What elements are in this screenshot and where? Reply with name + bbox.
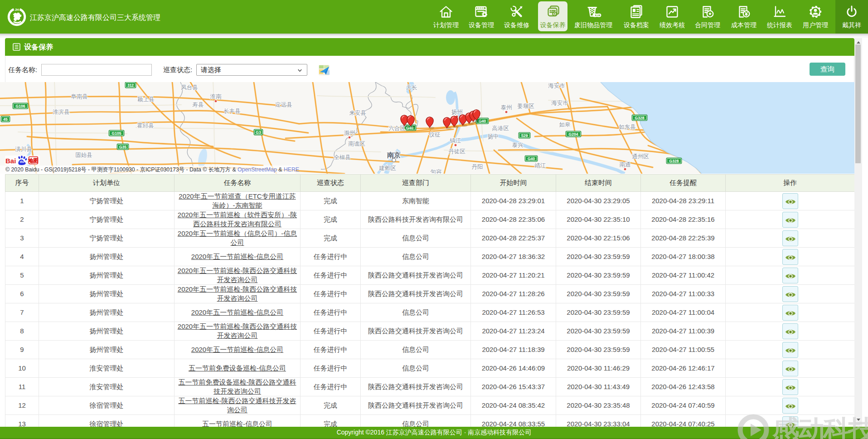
svg-text:霍邱县: 霍邱县 (137, 122, 154, 129)
svg-text:南通: 南通 (620, 161, 631, 168)
svg-text:丹阳: 丹阳 (472, 164, 483, 170)
svg-text:泰兴: 泰兴 (512, 142, 524, 148)
svg-text:南京: 南京 (387, 151, 401, 159)
svg-text:固始县: 固始县 (75, 152, 92, 158)
svg-text:扬州: 扬州 (451, 109, 463, 115)
svg-text:如东县: 如东县 (619, 124, 636, 130)
svg-text:全椒县: 全椒县 (334, 154, 351, 161)
svg-text:地图: 地图 (28, 158, 39, 163)
svg-text:镇江: 镇江 (450, 137, 461, 144)
svg-text:长丰县: 长丰县 (223, 108, 241, 114)
svg-text:© 2020 Baidu - GS(2019)5218号 -: © 2020 Baidu - GS(2019)5218号 - 甲测资字11009… (5, 166, 299, 173)
svg-text:姜堰区: 姜堰区 (517, 103, 534, 109)
svg-text:Bai: Bai (5, 157, 16, 165)
svg-text:凤台县: 凤台县 (181, 84, 198, 91)
svg-text:仪征: 仪征 (429, 132, 441, 138)
svg-text:G3: G3 (256, 130, 261, 135)
svg-text:如皋: 如皋 (559, 122, 571, 128)
svg-text:天长: 天长 (406, 84, 418, 91)
svg-text:G105: G105 (112, 131, 121, 136)
svg-text:靖江: 靖江 (534, 162, 546, 169)
svg-text:G204: G204 (569, 132, 578, 137)
svg-text:G35: G35 (119, 145, 126, 149)
svg-text:海安市: 海安市 (551, 100, 568, 106)
svg-text:G40: G40 (528, 156, 535, 161)
svg-text:来安县: 来安县 (349, 110, 366, 116)
svg-text:G328: G328 (669, 159, 679, 163)
svg-text:45: 45 (3, 117, 8, 122)
svg-text:S29: S29 (521, 133, 528, 138)
svg-text:建邺区: 建邺区 (378, 165, 396, 171)
svg-text:通州区: 通州区 (632, 153, 649, 160)
svg-text:阜南县: 阜南县 (71, 93, 88, 100)
svg-text:颖上县: 颖上县 (137, 96, 155, 102)
svg-text:淮滨县: 淮滨县 (53, 109, 70, 115)
svg-text:感动科技: 感动科技 (772, 415, 868, 439)
svg-text:滁州: 滁州 (344, 130, 355, 136)
svg-text:南谯区: 南谯区 (348, 141, 365, 147)
svg-text:丹徒区: 丹徒区 (448, 148, 466, 155)
svg-text:淮南: 淮南 (210, 93, 222, 100)
svg-text:定远县: 定远县 (275, 102, 292, 108)
svg-text:寿县: 寿县 (193, 102, 204, 108)
svg-text:泰州: 泰州 (501, 104, 512, 111)
svg-text:潢川县: 潢川县 (15, 146, 32, 152)
svg-text:312: 312 (127, 83, 134, 88)
svg-text:G328: G328 (635, 116, 645, 120)
svg-text:扬中: 扬中 (488, 133, 499, 140)
svg-text:海安市: 海安市 (548, 83, 565, 89)
svg-text:句容: 句容 (430, 169, 442, 174)
svg-text:JH: JH (15, 8, 19, 11)
svg-text:G106: G106 (16, 104, 25, 108)
svg-text:高港区: 高港区 (492, 125, 509, 132)
svg-text:du: du (20, 160, 24, 164)
